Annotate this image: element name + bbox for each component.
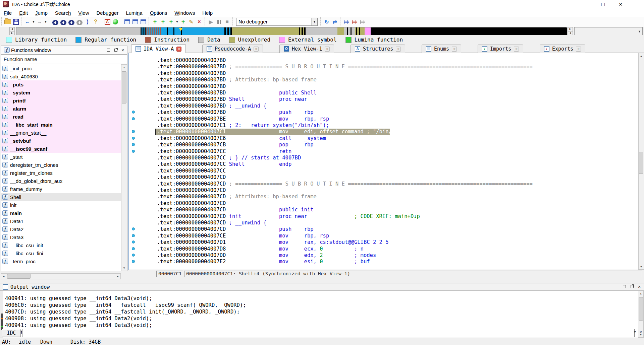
navband-scroll-left-icon[interactable]: ◄: [9, 27, 15, 31]
tab-close-icon[interactable]: ×: [254, 47, 259, 52]
code-line[interactable]: .text:00000000004007CD: [157, 187, 226, 194]
tab-pseudocode-a[interactable]: Pseudocode-A×: [202, 45, 263, 53]
breakpoints-icon[interactable]: [351, 18, 359, 26]
add-function-icon[interactable]: +: [151, 18, 159, 26]
functions-window-titlebar[interactable]: f Functions window ×: [1, 46, 127, 55]
function-row-_init_proc[interactable]: f_init_proc: [1, 64, 121, 72]
dock-close-icon[interactable]: ×: [637, 284, 642, 289]
ascii-string-icon[interactable]: A: [103, 18, 111, 26]
function-row-sub_400630[interactable]: fsub_400630: [1, 72, 121, 80]
tab-ida-view-a[interactable]: IDA View-A×: [131, 44, 186, 53]
function-row-Data3[interactable]: fData3: [1, 233, 121, 241]
tab-close-icon[interactable]: ×: [514, 47, 519, 52]
navigate-forward-icon[interactable]: →: [36, 18, 44, 26]
ida-view-a[interactable]: .text:00000000004007BD.text:000000000040…: [128, 53, 638, 270]
function-row-__do_global_dtors_aux[interactable]: f__do_global_dtors_aux: [1, 177, 121, 185]
code-line[interactable]: .text:00000000004007BD push rbp: [157, 109, 314, 116]
process-options-icon[interactable]: ⇄: [331, 18, 339, 26]
add-type-icon[interactable]: +: [167, 18, 175, 26]
chevron-down-icon[interactable]: ▼: [633, 330, 637, 334]
code-line[interactable]: .text:00000000004007BD ; __unwind {: [157, 103, 267, 110]
desktop-icon[interactable]: [139, 18, 147, 26]
menu-item-options[interactable]: Options: [146, 9, 171, 16]
idc-language-button[interactable]: IDC: [2, 329, 21, 337]
add-caret-icon[interactable]: ▼: [175, 18, 179, 26]
menu-item-search[interactable]: Search: [51, 9, 75, 16]
code-line[interactable]: .text:00000000004007CD init proc near ; …: [157, 213, 420, 220]
function-row-frame_dummy[interactable]: fframe_dummy: [1, 185, 121, 193]
tab-exports[interactable]: ▸Exports×: [540, 45, 585, 53]
function-row-Data2[interactable]: fData2: [1, 225, 121, 233]
open-subview-icon[interactable]: [131, 18, 139, 26]
dock-float-icon[interactable]: [113, 48, 118, 53]
function-row-_setvbuf[interactable]: f_setvbuf: [1, 137, 121, 145]
tab-close-icon[interactable]: ×: [325, 47, 330, 52]
tab-close-icon[interactable]: ×: [452, 47, 457, 52]
output-line[interactable]: 4007CD: using guessed type __int64 __fas…: [5, 309, 240, 315]
open-view-icon[interactable]: [123, 18, 131, 26]
functions-vertical-scrollbar[interactable]: ▲ ▼: [121, 64, 127, 271]
output-line[interactable]: 400908: using guessed type __int64 Data2…: [5, 316, 152, 322]
menu-item-windows[interactable]: Windows: [171, 9, 199, 16]
output-window-titlebar[interactable]: Output window ×: [0, 283, 644, 291]
function-row-_system[interactable]: f_system: [1, 88, 121, 96]
menu-item-help[interactable]: Help: [199, 9, 216, 16]
scrollbar-thumb[interactable]: [7, 274, 31, 279]
search-next-icon[interactable]: ): [84, 18, 92, 26]
forward-history-caret-icon[interactable]: ▼: [44, 18, 48, 26]
menu-item-edit[interactable]: Edit: [15, 9, 32, 16]
code-line[interactable]: .text:00000000004007CE mov rbp, rsp: [157, 233, 329, 239]
function-row-main[interactable]: fmain: [1, 209, 121, 217]
output-line[interactable]: 4006C0: using guessed type __int64 __fas…: [5, 302, 246, 308]
navigate-back-icon[interactable]: ←: [23, 18, 32, 26]
code-line[interactable]: .text:00000000004007CD ; ===============…: [157, 181, 533, 188]
scroll-up-icon[interactable]: ▲: [639, 53, 644, 59]
search-again-disabled-icon[interactable]: [75, 18, 84, 26]
scroll-down-icon[interactable]: ▼: [639, 264, 644, 269]
function-row-__gmon_start__[interactable]: f__gmon_start__: [1, 129, 121, 137]
dock-close-icon[interactable]: ×: [120, 48, 125, 53]
dock-restore-icon[interactable]: [106, 48, 111, 53]
tab-enums[interactable]: Enums×: [422, 45, 461, 53]
idc-command-input[interactable]: [22, 329, 635, 337]
minimize-button[interactable]: –: [579, 1, 592, 8]
function-row-_printf[interactable]: f_printf: [1, 96, 121, 105]
code-line[interactable]: .text:00000000004007BD ; ===============…: [157, 64, 533, 70]
attach-process-icon[interactable]: ↻: [323, 18, 331, 26]
lumina-globe-icon[interactable]: [111, 18, 119, 26]
save-icon[interactable]: [12, 18, 20, 26]
scrollbar-thumb[interactable]: [639, 152, 643, 174]
code-line[interactable]: .text:00000000004007C1 ; 2: return syste…: [157, 122, 329, 129]
menu-item-file[interactable]: File: [0, 9, 15, 16]
close-icon[interactable]: ×: [640, 330, 642, 335]
modules-icon[interactable]: [359, 18, 367, 26]
delete-icon[interactable]: ×: [195, 18, 203, 26]
menu-item-view[interactable]: View: [74, 9, 93, 16]
scroll-left-icon[interactable]: ◄: [1, 274, 6, 279]
open-file-icon[interactable]: [4, 18, 12, 26]
code-line[interactable]: .text:00000000004007CB pop rbp: [157, 142, 314, 148]
tab-close-icon[interactable]: ×: [176, 47, 181, 52]
dock-float-icon[interactable]: [629, 284, 635, 289]
function-row-__isoc99_scanf[interactable]: f__isoc99_scanf: [1, 145, 121, 153]
code-line[interactable]: .text:00000000004007CD: [157, 174, 226, 181]
dock-restore-icon[interactable]: [622, 284, 627, 289]
navband-zoom-in-icon[interactable]: ►: [568, 27, 573, 31]
code-line[interactable]: .text:00000000004007E2 mov esi, 0 ; buf: [157, 259, 370, 265]
function-row-_alarm[interactable]: f_alarm: [1, 105, 121, 113]
scroll-up-icon[interactable]: ▲: [121, 65, 127, 70]
function-row-register_tm_clones[interactable]: fregister_tm_clones: [1, 169, 121, 177]
code-line[interactable]: .text:00000000004007BD public Shell: [157, 90, 317, 96]
scroll-right-icon[interactable]: ►: [115, 274, 120, 279]
menu-item-lumina[interactable]: Lumina: [122, 9, 146, 16]
code-line[interactable]: .text:00000000004007CC ; } // starts at …: [157, 155, 301, 161]
code-line[interactable]: .text:00000000004007CD: [157, 200, 226, 207]
navband-range-select[interactable]: ▼: [574, 27, 643, 35]
function-row-init[interactable]: finit: [1, 201, 121, 209]
scrollbar-thumb[interactable]: [639, 297, 643, 321]
functions-horizontal-scrollbar[interactable]: ◄ ►: [1, 273, 121, 279]
disassembly-vertical-scrollbar[interactable]: ▲ ▼: [638, 53, 644, 270]
function-row-__libc_start_main[interactable]: f__libc_start_main: [1, 121, 121, 129]
back-history-caret-icon[interactable]: ▼: [32, 18, 36, 26]
close-button[interactable]: ×: [614, 1, 627, 8]
